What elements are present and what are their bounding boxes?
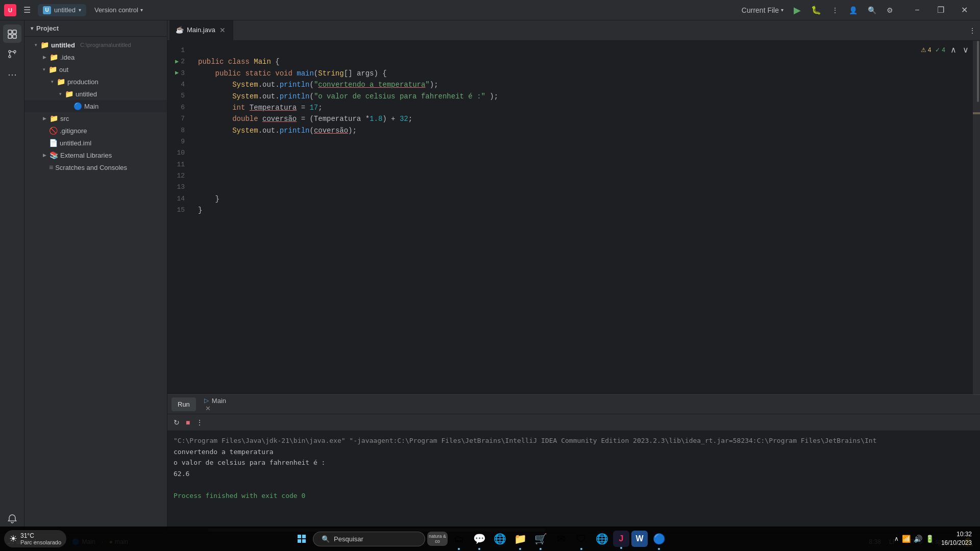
taskbar-left: ☀ 31°C Parc ensolarado: [4, 530, 66, 547]
tree-item-main-class[interactable]: 🔵 Main: [24, 100, 167, 112]
gutter-line-13: 13: [167, 182, 188, 193]
activity-more-button[interactable]: ⋯: [3, 65, 21, 84]
window-controls: − ❐ ✕: [905, 0, 976, 20]
gutter-line-9: 9: [167, 136, 188, 147]
tree-item-src[interactable]: ▶ 📁 src: [24, 112, 167, 124]
taskbar-app-store[interactable]: 🛒: [531, 530, 550, 548]
minimize-button[interactable]: −: [905, 0, 929, 20]
main-layout: ⋯ ▾ Project ▾ 📁 untitled C:\programa\unt…: [0, 20, 980, 532]
svg-rect-11: [302, 539, 306, 543]
bottom-tab-main[interactable]: ▷ Main ✕: [198, 394, 232, 415]
weather-temp: 31°C: [20, 532, 61, 539]
start-button[interactable]: [292, 530, 311, 548]
tray-expand-icon[interactable]: ∧: [894, 535, 899, 542]
code-line-9: [198, 136, 967, 147]
run-button[interactable]: ▶: [790, 2, 805, 19]
gutter-line-4: 4: [167, 79, 188, 90]
taskbar-app-chrome[interactable]: 🌐: [593, 530, 611, 548]
activity-git-button[interactable]: [3, 45, 21, 63]
project-selector[interactable]: U untitled ▾: [38, 4, 86, 16]
close-button[interactable]: ✕: [952, 0, 976, 20]
gutter-line-12: 12: [167, 170, 188, 182]
console-more-button[interactable]: ⋮: [194, 416, 205, 429]
activity-bar: ⋯: [0, 20, 24, 532]
code-line-5: System.out.println("o valor de celsius p…: [198, 91, 967, 102]
taskbar-search-bar[interactable]: 🔍 Pesquisar: [313, 532, 425, 546]
debug-button[interactable]: 🐛: [807, 2, 825, 18]
tree-item-scratches[interactable]: ≡ Scratches and Consoles: [24, 161, 167, 173]
taskbar-app-folder[interactable]: 📁: [511, 530, 529, 548]
code-editor[interactable]: public class Main { public static void m…: [192, 41, 973, 394]
editor-scrollbar[interactable]: [973, 41, 980, 394]
tab-close-button[interactable]: ✕: [218, 27, 227, 34]
ok-badge[interactable]: ✓ 4: [935, 46, 945, 54]
volume-icon[interactable]: 🔊: [914, 535, 922, 543]
taskbar-app-explorer[interactable]: 🗂: [450, 530, 468, 548]
global-search-button[interactable]: 🔍: [864, 3, 880, 17]
restore-button[interactable]: ❐: [929, 0, 952, 20]
navigate-down-button[interactable]: ∨: [962, 45, 970, 55]
taskbar-app-antivirus[interactable]: 🛡: [572, 530, 591, 548]
code-line-13: [198, 182, 967, 193]
gutter-line-10: 10: [167, 148, 188, 159]
code-line-10: [198, 148, 967, 159]
taskbar-search-icon: 🔍: [322, 535, 330, 543]
tree-item-ext-libs[interactable]: ▶ 📚 External Libraries: [24, 149, 167, 161]
hamburger-button[interactable]: ☰: [20, 3, 34, 17]
warning-scroll-indicator: [973, 112, 980, 114]
sidebar-header[interactable]: ▾ Project: [24, 20, 167, 37]
taskbar-app-naturaeco[interactable]: natura & co: [427, 532, 448, 546]
taskbar-search-placeholder: Pesquisar: [334, 535, 363, 543]
taskbar-app-teams[interactable]: 💬: [470, 530, 488, 548]
weather-widget[interactable]: ☀ 31°C Parc ensolarado: [4, 530, 66, 547]
ok-count: 4: [942, 46, 945, 54]
clock-widget[interactable]: 10:32 16/10/2023: [937, 528, 976, 549]
activity-project-button[interactable]: [3, 24, 21, 43]
tree-item-out[interactable]: ▾ 📁 out: [24, 63, 167, 76]
code-line-7: double coversão = (Temperatura *1.8) + 3…: [198, 113, 967, 124]
svg-rect-9: [302, 535, 306, 538]
tree-item-idea[interactable]: ▶ 📁 .idea: [24, 51, 167, 63]
taskbar-app-other[interactable]: 🔵: [650, 530, 668, 548]
taskbar-app-edge[interactable]: 🌐: [491, 530, 509, 548]
code-line-11: [198, 159, 967, 170]
bottom-tab-close-button[interactable]: ✕: [204, 405, 212, 412]
tree-item-iml[interactable]: 📄 untitled.iml: [24, 137, 167, 149]
settings-button[interactable]: ⚙: [883, 3, 897, 17]
console-line-6: Process finished with exit code 0: [174, 490, 974, 502]
code-line-15: }: [198, 205, 967, 216]
taskbar-app-jetbrains[interactable]: J: [613, 531, 629, 547]
warning-badge[interactable]: ⚠ 4: [921, 46, 932, 54]
taskbar-app-mail[interactable]: ✉: [552, 530, 570, 548]
bottom-tab-run[interactable]: Run: [172, 397, 196, 411]
app-logo: U: [4, 4, 16, 16]
activity-notifications-button[interactable]: [3, 510, 21, 528]
tree-item-untitled-inner[interactable]: ▾ 📁 untitled: [24, 88, 167, 100]
taskbar: ☀ 31°C Parc ensolarado 🔍 Pesquisar natur…: [0, 527, 980, 551]
more-actions-button[interactable]: ⋮: [827, 3, 843, 17]
tree-item-production[interactable]: ▾ 📁 production: [24, 76, 167, 88]
libs-icon: 📚: [50, 151, 58, 159]
iml-icon: 📄: [49, 139, 58, 147]
tree-item-root[interactable]: ▾ 📁 untitled C:\programa\untitled: [24, 39, 167, 51]
version-control-button[interactable]: Version control ▾: [90, 4, 147, 16]
tree-item-gitignore[interactable]: 🚫 .gitignore: [24, 124, 167, 137]
editor-tab-main[interactable]: ☕ Main.java ✕: [169, 20, 233, 41]
gutter-line-15: 15: [167, 205, 188, 216]
stop-button[interactable]: ■: [184, 416, 192, 429]
editor-warning-indicators: ⚠ 4 ✓ 4 ∧ ∨: [921, 45, 970, 55]
navigate-up-button[interactable]: ∧: [949, 45, 958, 55]
restart-button[interactable]: ↻: [172, 416, 182, 429]
current-file-button[interactable]: Current File ▾: [738, 3, 788, 17]
taskbar-app-word[interactable]: W: [631, 531, 648, 547]
account-button[interactable]: 👤: [845, 3, 862, 17]
system-tray: ∧ 📶 🔊 🔋: [894, 535, 934, 543]
taskbar-right: ∧ 📶 🔊 🔋 10:32 16/10/2023: [894, 528, 976, 549]
java-file-icon: 🔵: [74, 102, 82, 110]
wifi-icon[interactable]: 📶: [902, 535, 911, 543]
folder-production-icon: 📁: [57, 78, 65, 86]
battery-icon[interactable]: 🔋: [925, 535, 934, 543]
folder-untitled-icon: 📁: [65, 90, 74, 98]
bottom-tab-bar: Run ▷ Main ✕: [167, 395, 980, 414]
tab-more-button[interactable]: ⋮: [965, 23, 980, 38]
